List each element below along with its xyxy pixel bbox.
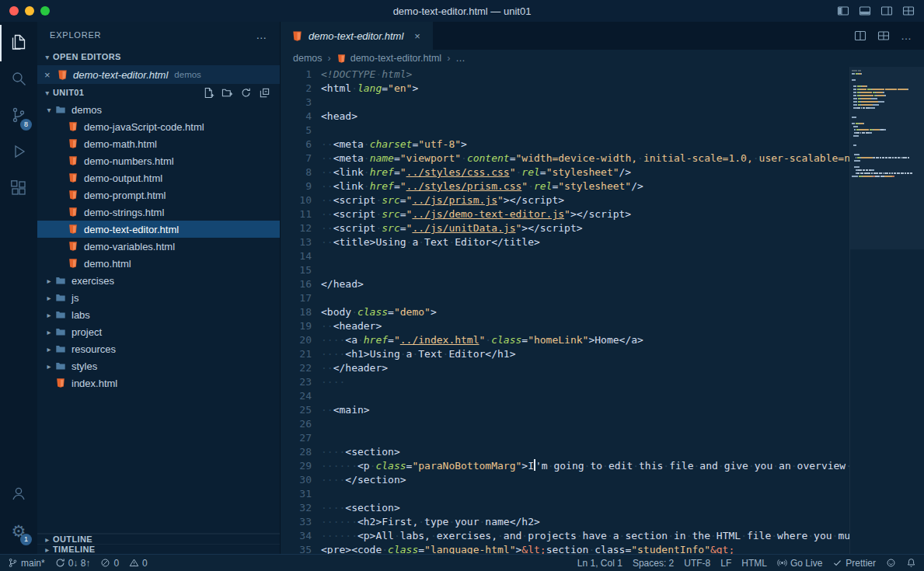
- code-line[interactable]: 1<!DOCTYPE·html>: [281, 68, 849, 82]
- tree-item-project[interactable]: ▸project: [37, 323, 280, 340]
- code-line[interactable]: 12··<script·src="../js/unitData.js"></sc…: [281, 221, 849, 235]
- breadcrumb-item[interactable]: …: [455, 53, 465, 64]
- open-editors-section-header[interactable]: ▾ OPEN EDITORS: [37, 48, 280, 65]
- code-line[interactable]: 34······<p>All·labs,·exercises,·and·proj…: [281, 529, 849, 543]
- activitybar-manage[interactable]: ⚙ 1: [0, 513, 37, 549]
- tree-item-demo-numbers.html[interactable]: demo-numbers.html: [37, 152, 280, 169]
- breadcrumb-item[interactable]: demos: [293, 53, 323, 64]
- activitybar-run-debug[interactable]: [0, 134, 37, 171]
- minimize-window-button[interactable]: [25, 6, 34, 16]
- code-lines[interactable]: 1<!DOCTYPE·html>2<html·lang="en">34<head…: [281, 67, 849, 554]
- new-folder-icon[interactable]: [221, 87, 233, 99]
- new-file-icon[interactable]: [203, 87, 214, 99]
- code-line[interactable]: 32····<section>: [281, 501, 849, 515]
- tree-item-demo-text-editor.html[interactable]: demo-text-editor.html: [37, 221, 280, 238]
- more-actions-icon[interactable]: …: [901, 30, 912, 42]
- breadcrumb-item[interactable]: demo-text-editor.html: [336, 53, 441, 64]
- tree-item-demo.html[interactable]: demo.html: [37, 255, 280, 272]
- split-editor-icon[interactable]: [854, 30, 866, 42]
- code-line[interactable]: 5: [281, 124, 849, 138]
- code-line[interactable]: 18<body·class="demo">: [281, 305, 849, 319]
- code-line[interactable]: 25··<main>: [281, 403, 849, 417]
- status-notifications[interactable]: [906, 558, 916, 568]
- status-git-branch[interactable]: main*: [8, 558, 45, 569]
- minimap[interactable]: [849, 67, 924, 554]
- activitybar-extensions[interactable]: [0, 171, 37, 207]
- tree-item-demo-output.html[interactable]: demo-output.html: [37, 169, 280, 186]
- close-tab-icon[interactable]: ×: [414, 30, 420, 42]
- code-line[interactable]: 17: [281, 291, 849, 305]
- tab-demo-text-editor[interactable]: demo-text-editor.html ×: [281, 22, 433, 50]
- status-errors[interactable]: 0: [100, 558, 119, 569]
- close-editor-icon[interactable]: ×: [44, 69, 57, 81]
- code-line[interactable]: 8··<link·href="../styles/css.css"·rel="s…: [281, 165, 849, 179]
- code-line[interactable]: 6··<meta·charset="utf-8">: [281, 138, 849, 151]
- code-line[interactable]: 7··<meta·name="viewport"·content="width=…: [281, 151, 849, 165]
- tree-item-js[interactable]: ▸js: [37, 289, 280, 306]
- code-line[interactable]: 15: [281, 263, 849, 277]
- timeline-section-header[interactable]: ▸ TIMELINE: [37, 544, 280, 554]
- editor-layout-icon[interactable]: [877, 30, 890, 42]
- code-line[interactable]: 4<head>: [281, 110, 849, 124]
- code-line[interactable]: 26: [281, 417, 849, 431]
- tree-item-resources[interactable]: ▸resources: [37, 340, 280, 357]
- status-feedback[interactable]: [886, 558, 896, 568]
- open-editor-item[interactable]: × demo-text-editor.html demos: [37, 65, 280, 84]
- tree-item-demo-math.html[interactable]: demo-math.html: [37, 135, 280, 152]
- code-line[interactable]: 33······<h2>First,·type·your·name</h2>: [281, 515, 849, 529]
- activitybar-source-control[interactable]: 8: [0, 98, 37, 134]
- status-indentation[interactable]: Spaces: 2: [633, 558, 674, 569]
- code-line[interactable]: 20····<a·href="../index.html"·class="hom…: [281, 333, 849, 347]
- tree-item-demo-javaScript-code.html[interactable]: demo-javaScript-code.html: [37, 118, 280, 135]
- tree-item-index.html[interactable]: index.html: [37, 374, 280, 392]
- status-git-sync[interactable]: 0↓ 8↑: [55, 558, 91, 569]
- status-warnings[interactable]: 0: [129, 558, 148, 569]
- code-line[interactable]: 13··<title>Using·a·Text·Editor</title>: [281, 235, 849, 249]
- code-line[interactable]: 16</head>: [281, 277, 849, 291]
- tree-item-demo-strings.html[interactable]: demo-strings.html: [37, 204, 280, 221]
- code-line[interactable]: 14: [281, 249, 849, 263]
- code-line[interactable]: 21····<h1>Using·a·Text·Editor</h1>: [281, 347, 849, 361]
- tree-item-demo-prompt.html[interactable]: demo-prompt.html: [37, 186, 280, 204]
- code-line[interactable]: 31: [281, 487, 849, 501]
- tree-item-styles[interactable]: ▸styles: [37, 357, 280, 374]
- code-line[interactable]: 19··<header>: [281, 319, 849, 333]
- close-window-button[interactable]: [9, 6, 19, 16]
- code-line[interactable]: 23····: [281, 375, 849, 389]
- zoom-window-button[interactable]: [40, 6, 50, 16]
- status-go-live[interactable]: Go Live: [777, 558, 822, 569]
- toggle-secondary-sidebar-icon[interactable]: [880, 5, 893, 17]
- code-line[interactable]: 3: [281, 96, 849, 110]
- code-line[interactable]: 27: [281, 431, 849, 445]
- status-prettier[interactable]: Prettier: [832, 558, 876, 569]
- tree-item-exercises[interactable]: ▸exercises: [37, 272, 280, 289]
- refresh-explorer-icon[interactable]: [240, 87, 252, 99]
- code-editor[interactable]: 1<!DOCTYPE·html>2<html·lang="en">34<head…: [281, 67, 924, 554]
- code-line[interactable]: 28····<section>: [281, 445, 849, 459]
- tree-item-labs[interactable]: ▸labs: [37, 306, 280, 323]
- activitybar-search[interactable]: [0, 61, 37, 98]
- status-eol[interactable]: LF: [720, 558, 731, 569]
- code-line[interactable]: 10··<script·src="../js/prism.js"></scrip…: [281, 193, 849, 207]
- status-encoding[interactable]: UTF-8: [684, 558, 710, 569]
- activitybar-explorer[interactable]: [0, 25, 37, 61]
- code-line[interactable]: 11··<script·src="../js/demo-text-editor.…: [281, 207, 849, 221]
- status-language-mode[interactable]: HTML: [741, 558, 767, 569]
- code-line[interactable]: 22··</header>: [281, 361, 849, 375]
- code-line[interactable]: 35<pre><code·class="language-html">&lt;s…: [281, 543, 849, 554]
- code-line[interactable]: 29······<p·class="paraNoBottomMarg">I'm·…: [281, 459, 849, 473]
- tree-item-demo-variables.html[interactable]: demo-variables.html: [37, 238, 280, 255]
- code-line[interactable]: 24: [281, 389, 849, 403]
- status-cursor-position[interactable]: Ln 1, Col 1: [577, 558, 622, 569]
- workspace-section-header[interactable]: ▾ UNIT01: [37, 84, 280, 101]
- toggle-primary-sidebar-icon[interactable]: [837, 5, 849, 17]
- code-line[interactable]: 30····</section>: [281, 473, 849, 487]
- toggle-panel-icon[interactable]: [859, 5, 871, 17]
- code-line[interactable]: 9··<link·href="../styles/prism.css"·rel=…: [281, 179, 849, 193]
- customize-layout-icon[interactable]: [902, 5, 915, 17]
- code-line[interactable]: 2<html·lang="en">: [281, 82, 849, 96]
- explorer-more-actions-icon[interactable]: …: [256, 29, 267, 41]
- collapse-folders-icon[interactable]: [259, 87, 270, 99]
- tree-item-demos[interactable]: ▾demos: [37, 101, 280, 118]
- outline-section-header[interactable]: ▸ OUTLINE: [37, 534, 280, 544]
